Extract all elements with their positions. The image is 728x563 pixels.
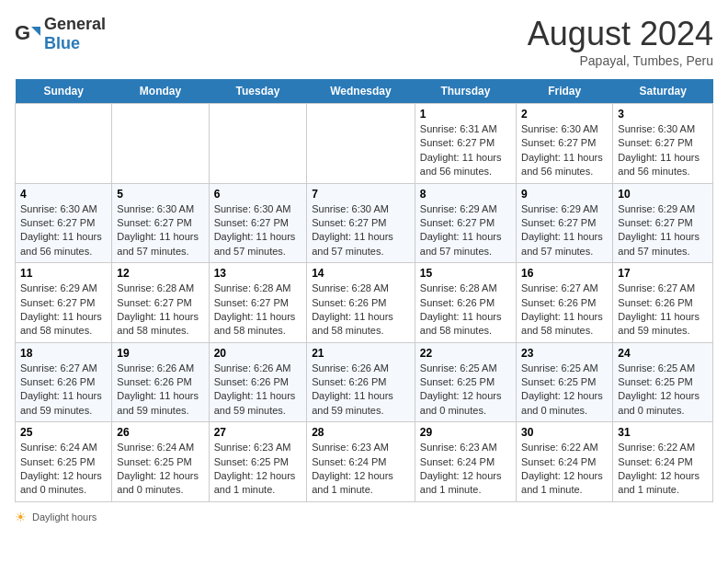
calendar-title: August 2024 — [528, 15, 713, 53]
cell-content: Sunrise: 6:30 AM Sunset: 6:27 PM Dayligh… — [117, 202, 203, 259]
day-number: 24 — [618, 347, 708, 360]
cell-content: Sunrise: 6:25 AM Sunset: 6:25 PM Dayligh… — [420, 362, 511, 419]
cell-content: Sunrise: 6:26 AM Sunset: 6:26 PM Dayligh… — [117, 362, 203, 419]
day-number: 15 — [420, 267, 511, 280]
day-number: 3 — [618, 108, 708, 121]
calendar-cell: 4Sunrise: 6:30 AM Sunset: 6:27 PM Daylig… — [16, 183, 112, 263]
daylight-hours-label: Daylight hours — [32, 511, 97, 523]
calendar-cell: 5Sunrise: 6:30 AM Sunset: 6:27 PM Daylig… — [112, 183, 209, 263]
day-header-friday: Friday — [517, 79, 613, 104]
cell-content: Sunrise: 6:25 AM Sunset: 6:25 PM Dayligh… — [618, 362, 708, 419]
cell-content: Sunrise: 6:25 AM Sunset: 6:25 PM Dayligh… — [521, 362, 608, 419]
logo-blue: Blue — [44, 34, 80, 52]
legend: ☀ Daylight hours — [15, 510, 713, 524]
calendar-cell: 31Sunrise: 6:22 AM Sunset: 6:24 PM Dayli… — [613, 422, 713, 502]
day-header-monday: Monday — [112, 79, 209, 104]
day-number: 18 — [20, 347, 107, 360]
cell-content: Sunrise: 6:22 AM Sunset: 6:24 PM Dayligh… — [618, 441, 708, 498]
day-number: 28 — [312, 426, 410, 439]
cell-content: Sunrise: 6:31 AM Sunset: 6:27 PM Dayligh… — [420, 122, 511, 179]
day-number: 23 — [521, 347, 608, 360]
day-number: 20 — [214, 347, 302, 360]
cell-content: Sunrise: 6:26 AM Sunset: 6:26 PM Dayligh… — [214, 362, 302, 419]
title-area: August 2024 Papayal, Tumbes, Peru — [528, 15, 713, 68]
calendar-cell: 22Sunrise: 6:25 AM Sunset: 6:25 PM Dayli… — [415, 342, 516, 422]
day-header-thursday: Thursday — [415, 79, 516, 104]
cell-content: Sunrise: 6:23 AM Sunset: 6:24 PM Dayligh… — [312, 441, 410, 498]
day-number: 11 — [20, 267, 107, 280]
day-number: 10 — [618, 188, 708, 201]
day-number: 2 — [521, 108, 608, 121]
cell-content: Sunrise: 6:27 AM Sunset: 6:26 PM Dayligh… — [618, 282, 708, 339]
calendar-cell: 25Sunrise: 6:24 AM Sunset: 6:25 PM Dayli… — [16, 422, 112, 502]
calendar-cell — [209, 104, 307, 184]
logo-general: General — [44, 15, 106, 33]
day-header-saturday: Saturday — [613, 79, 713, 104]
calendar-cell: 9Sunrise: 6:29 AM Sunset: 6:27 PM Daylig… — [517, 183, 613, 263]
cell-content: Sunrise: 6:29 AM Sunset: 6:27 PM Dayligh… — [20, 282, 107, 339]
day-number: 5 — [117, 188, 203, 201]
day-number: 21 — [312, 347, 410, 360]
calendar-cell: 15Sunrise: 6:28 AM Sunset: 6:26 PM Dayli… — [415, 263, 516, 343]
calendar-cell — [307, 104, 415, 184]
cell-content: Sunrise: 6:30 AM Sunset: 6:27 PM Dayligh… — [214, 202, 302, 259]
calendar-cell: 20Sunrise: 6:26 AM Sunset: 6:26 PM Dayli… — [209, 342, 307, 422]
day-number: 22 — [420, 347, 511, 360]
day-number: 4 — [20, 188, 107, 201]
day-number: 30 — [521, 426, 608, 439]
calendar-cell: 27Sunrise: 6:23 AM Sunset: 6:25 PM Dayli… — [209, 422, 307, 502]
cell-content: Sunrise: 6:28 AM Sunset: 6:26 PM Dayligh… — [420, 282, 511, 339]
day-number: 26 — [117, 426, 203, 439]
calendar-cell: 12Sunrise: 6:28 AM Sunset: 6:27 PM Dayli… — [112, 263, 209, 343]
calendar-cell — [112, 104, 209, 184]
day-number: 9 — [521, 188, 608, 201]
day-number: 14 — [312, 267, 410, 280]
day-number: 7 — [312, 188, 410, 201]
day-number: 6 — [214, 188, 302, 201]
calendar-cell: 7Sunrise: 6:30 AM Sunset: 6:27 PM Daylig… — [307, 183, 415, 263]
calendar-cell — [16, 104, 112, 184]
cell-content: Sunrise: 6:23 AM Sunset: 6:25 PM Dayligh… — [214, 441, 302, 498]
svg-marker-1 — [31, 27, 40, 36]
calendar-subtitle: Papayal, Tumbes, Peru — [528, 53, 713, 68]
cell-content: Sunrise: 6:29 AM Sunset: 6:27 PM Dayligh… — [618, 202, 708, 259]
cell-content: Sunrise: 6:30 AM Sunset: 6:27 PM Dayligh… — [20, 202, 107, 259]
page-header: G General Blue August 2024 Papayal, Tumb… — [15, 15, 713, 68]
cell-content: Sunrise: 6:22 AM Sunset: 6:24 PM Dayligh… — [521, 441, 608, 498]
calendar-cell: 19Sunrise: 6:26 AM Sunset: 6:26 PM Dayli… — [112, 342, 209, 422]
svg-text:G: G — [15, 21, 30, 44]
cell-content: Sunrise: 6:28 AM Sunset: 6:27 PM Dayligh… — [117, 282, 203, 339]
day-number: 29 — [420, 426, 511, 439]
day-number: 27 — [214, 426, 302, 439]
calendar-cell: 1Sunrise: 6:31 AM Sunset: 6:27 PM Daylig… — [415, 104, 516, 184]
calendar-cell: 3Sunrise: 6:30 AM Sunset: 6:27 PM Daylig… — [613, 104, 713, 184]
cell-content: Sunrise: 6:29 AM Sunset: 6:27 PM Dayligh… — [521, 202, 608, 259]
cell-content: Sunrise: 6:30 AM Sunset: 6:27 PM Dayligh… — [618, 122, 708, 179]
day-number: 16 — [521, 267, 608, 280]
sun-icon: ☀ — [15, 510, 27, 524]
calendar-cell: 23Sunrise: 6:25 AM Sunset: 6:25 PM Dayli… — [517, 342, 613, 422]
calendar-cell: 18Sunrise: 6:27 AM Sunset: 6:26 PM Dayli… — [16, 342, 112, 422]
calendar-cell: 26Sunrise: 6:24 AM Sunset: 6:25 PM Dayli… — [112, 422, 209, 502]
calendar-cell: 24Sunrise: 6:25 AM Sunset: 6:25 PM Dayli… — [613, 342, 713, 422]
calendar-cell: 16Sunrise: 6:27 AM Sunset: 6:26 PM Dayli… — [517, 263, 613, 343]
calendar-cell: 30Sunrise: 6:22 AM Sunset: 6:24 PM Dayli… — [517, 422, 613, 502]
cell-content: Sunrise: 6:29 AM Sunset: 6:27 PM Dayligh… — [420, 202, 511, 259]
calendar-cell: 14Sunrise: 6:28 AM Sunset: 6:26 PM Dayli… — [307, 263, 415, 343]
calendar-cell: 28Sunrise: 6:23 AM Sunset: 6:24 PM Dayli… — [307, 422, 415, 502]
day-number: 25 — [20, 426, 107, 439]
calendar-cell: 8Sunrise: 6:29 AM Sunset: 6:27 PM Daylig… — [415, 183, 516, 263]
day-number: 19 — [117, 347, 203, 360]
day-header-wednesday: Wednesday — [307, 79, 415, 104]
cell-content: Sunrise: 6:30 AM Sunset: 6:27 PM Dayligh… — [312, 202, 410, 259]
calendar-cell: 10Sunrise: 6:29 AM Sunset: 6:27 PM Dayli… — [613, 183, 713, 263]
cell-content: Sunrise: 6:30 AM Sunset: 6:27 PM Dayligh… — [521, 122, 608, 179]
cell-content: Sunrise: 6:27 AM Sunset: 6:26 PM Dayligh… — [521, 282, 608, 339]
day-number: 1 — [420, 108, 511, 121]
day-header-sunday: Sunday — [16, 79, 112, 104]
cell-content: Sunrise: 6:27 AM Sunset: 6:26 PM Dayligh… — [20, 362, 107, 419]
day-header-tuesday: Tuesday — [209, 79, 307, 104]
cell-content: Sunrise: 6:24 AM Sunset: 6:25 PM Dayligh… — [117, 441, 203, 498]
calendar-cell: 11Sunrise: 6:29 AM Sunset: 6:27 PM Dayli… — [16, 263, 112, 343]
calendar-cell: 29Sunrise: 6:23 AM Sunset: 6:24 PM Dayli… — [415, 422, 516, 502]
